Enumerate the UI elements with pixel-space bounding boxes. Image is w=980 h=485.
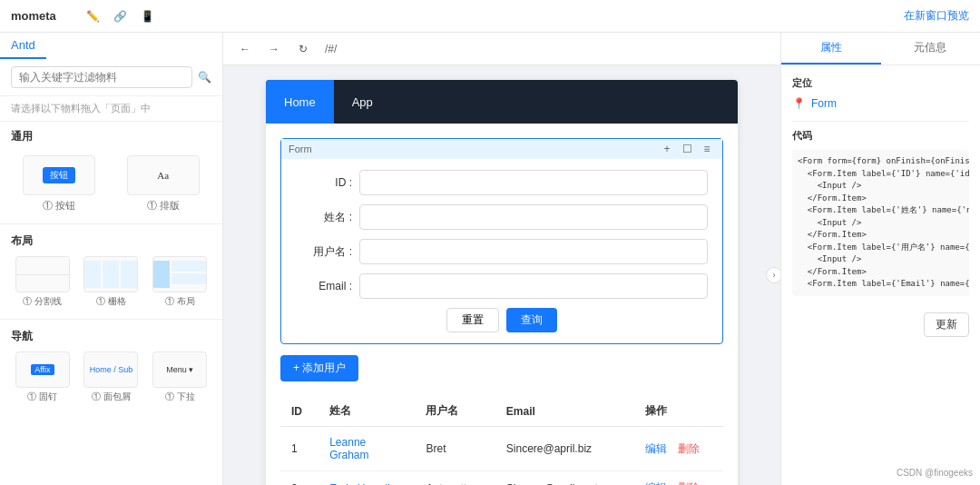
copy-form-icon[interactable]: ☐ — [679, 141, 695, 157]
username-input[interactable] — [359, 239, 708, 264]
edit-button-1[interactable]: 编辑 — [645, 442, 667, 455]
form-buttons: 重置 查询 — [296, 308, 708, 332]
col-name: 姓名 — [318, 396, 415, 427]
name-input[interactable] — [359, 204, 708, 230]
right-divider — [792, 121, 969, 122]
edit-button-2[interactable]: 编辑 — [645, 481, 667, 485]
cell-username-1: Bret — [415, 427, 495, 471]
typography-label: ① 排版 — [147, 199, 180, 213]
sidebar-item-dropdown[interactable]: Menu ▾ ① 下拉 — [148, 351, 211, 403]
sidebar-tab[interactable]: Antd — [0, 33, 46, 59]
nav-home[interactable]: Home — [266, 80, 334, 124]
common-items: 按钮 ① 按钮 Aa ① 排版 — [0, 148, 222, 220]
col-id: ID — [280, 396, 318, 427]
sidebar-item-typography[interactable]: Aa ① 排版 — [115, 155, 212, 213]
query-button[interactable]: 查询 — [506, 308, 557, 332]
reset-button[interactable]: 重置 — [446, 308, 499, 332]
tab-properties[interactable]: 属性 — [781, 33, 881, 64]
center-canvas: ← → ↻ /#/ Home App Form — [223, 33, 780, 485]
menu-form-icon[interactable]: ≡ — [699, 141, 715, 157]
top-bar: mometa ✏️ 🔗 📱 在新窗口预览 — [0, 0, 980, 33]
sidebar-item-divider[interactable]: ① 分割线 — [11, 256, 74, 308]
expand-arrow[interactable]: › — [766, 267, 780, 283]
form-actions: + ☐ ≡ — [659, 141, 715, 157]
cell-id-2: 2 — [280, 471, 318, 486]
grid-preview-icon — [84, 261, 137, 288]
layout-preview — [152, 256, 207, 292]
nav-app[interactable]: App — [334, 80, 391, 124]
table-head: ID 姓名 用户名 Email 操作 — [280, 396, 723, 427]
button-preview: 按钮 — [23, 155, 95, 195]
btn-preview-icon: 按钮 — [43, 167, 75, 183]
watermark: CSDN @finogeeks — [897, 468, 973, 478]
forward-button[interactable]: → — [263, 38, 285, 60]
preview-link[interactable]: 在新窗口预览 — [904, 8, 969, 24]
canvas-toolbar: ← → ↻ /#/ — [223, 33, 780, 65]
name-label: 姓名 : — [296, 210, 359, 225]
divider-1 — [0, 223, 222, 224]
layout-preview-icon — [153, 261, 206, 288]
form-row-name: 姓名 : — [296, 204, 708, 230]
col-actions: 操作 — [634, 396, 723, 427]
email-input[interactable] — [359, 273, 708, 299]
layout-label: ① 布局 — [165, 295, 195, 308]
table-row: 2 Ervin Howell Antonette Shanna@melissa.… — [280, 471, 723, 486]
form-row-email: Email : — [296, 273, 708, 299]
cell-actions-1: 编辑 删除 — [634, 427, 723, 471]
form-section: Form + ☐ ≡ ID : — [280, 138, 723, 344]
edit-icon[interactable]: ✏️ — [85, 8, 102, 25]
cell-name-2[interactable]: Ervin Howell — [318, 471, 415, 486]
nav-items: Affix ① 固钉 Home / Sub ① 面包屑 Menu ▾ ① 下拉 — [0, 348, 222, 411]
cell-username-2: Antonette — [415, 471, 495, 486]
col-email: Email — [495, 396, 634, 427]
breadcrumb-preview: Home / Sub — [83, 351, 138, 388]
code-section-title: 代码 — [792, 129, 969, 143]
cell-actions-2: 编辑 删除 — [634, 471, 723, 486]
update-button[interactable]: 更新 — [924, 312, 969, 337]
code-block: <Form form={form} onFinish={onFinish} la… — [792, 150, 969, 296]
location-section-title: 定位 — [792, 76, 969, 90]
app-body: Form + ☐ ≡ ID : — [266, 124, 738, 485]
divider-preview-icon — [16, 274, 69, 275]
affix-label: ① 固钉 — [27, 391, 57, 403]
location-row: 📍 Form — [792, 97, 969, 110]
grid-label: ① 栅格 — [96, 295, 126, 308]
tab-meta[interactable]: 元信息 — [881, 33, 981, 64]
delete-button-2[interactable]: 删除 — [678, 481, 700, 485]
cell-email-1: Sincere@april.biz — [495, 427, 634, 471]
username-label: 用户名 : — [296, 244, 359, 260]
col-username: 用户名 — [415, 396, 495, 427]
refresh-button[interactable]: ↻ — [292, 38, 314, 60]
affix-preview: Affix — [15, 351, 70, 388]
dropdown-preview-icon: Menu ▾ — [166, 365, 193, 374]
section-title-nav: 导航 — [0, 323, 222, 348]
sidebar-item-button[interactable]: 按钮 ① 按钮 — [11, 155, 108, 213]
sidebar-item-grid[interactable]: ① 栅格 — [80, 256, 143, 308]
divider-preview — [15, 256, 70, 292]
add-user-button[interactable]: + 添加用户 — [280, 355, 358, 381]
delete-button-1[interactable]: 删除 — [678, 442, 700, 455]
grid-preview — [83, 256, 138, 292]
mobile-icon[interactable]: 📱 — [140, 8, 156, 25]
search-input[interactable] — [11, 66, 192, 88]
cell-id-1: 1 — [280, 427, 318, 471]
sidebar-item-layout[interactable]: ① 布局 — [148, 256, 211, 308]
back-button[interactable]: ← — [234, 38, 256, 60]
app-nav: Home App — [266, 80, 738, 124]
dropdown-label: ① 下拉 — [165, 391, 195, 403]
section-title-layout: 布局 — [0, 228, 222, 252]
affix-preview-icon: Affix — [31, 364, 54, 375]
cell-name-1[interactable]: LeanneGraham — [318, 427, 415, 471]
right-panel: 属性 元信息 定位 📍 Form 代码 <Form form={form} on… — [780, 33, 980, 485]
sidebar-item-affix[interactable]: Affix ① 固钉 — [11, 351, 74, 403]
location-text[interactable]: Form — [811, 97, 837, 110]
id-input[interactable] — [359, 170, 708, 195]
sidebar-item-breadcrumb[interactable]: Home / Sub ① 面包屑 — [80, 351, 143, 403]
right-panel-body: 定位 📍 Form 代码 <Form form={form} onFinish=… — [781, 65, 980, 485]
link-icon[interactable]: 🔗 — [113, 8, 129, 25]
breadcrumb-label: ① 面包屑 — [92, 391, 131, 403]
add-form-icon[interactable]: + — [659, 141, 675, 157]
typography-preview: Aa — [127, 155, 200, 195]
main-layout: Antd 🔍 请选择以下物料拖入「页面」中 通用 按钮 ① 按钮 Aa ① 排版 — [0, 33, 980, 485]
form-label-bar: Form + ☐ ≡ — [281, 139, 722, 159]
